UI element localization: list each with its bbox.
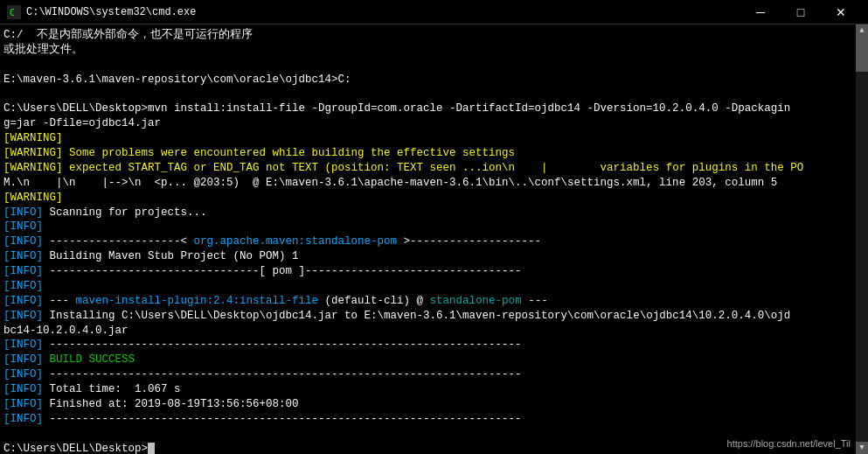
list-item: [INFO] Total time: 1.067 s: [3, 382, 852, 397]
minimize-button[interactable]: ─: [740, 0, 781, 24]
scroll-thumb[interactable]: [856, 37, 868, 72]
list-item: [INFO] ---------------------------------…: [3, 412, 852, 427]
maximize-button[interactable]: □: [781, 0, 821, 24]
list-item: [INFO] --- maven-install-plugin:2.4:inst…: [3, 294, 852, 309]
list-item: [3, 427, 852, 442]
list-item: [WARNING] expected START_TAG or END_TAG …: [3, 161, 852, 176]
svg-text:C: C: [10, 8, 15, 17]
terminal-output: C:/ 不是内部或外部命令，也不是可运行的程序 或批处理文件。 E:\maven…: [0, 24, 856, 454]
list-item: [INFO] --------------------< org.apache.…: [3, 234, 852, 249]
scroll-track[interactable]: [856, 37, 868, 442]
scroll-up-button[interactable]: ▲: [856, 24, 868, 37]
window-title: C:\WINDOWS\system32\cmd.exe: [26, 6, 196, 18]
watermark: https://blog.csdn.net/level_Til: [727, 438, 851, 449]
scrollbar[interactable]: ▲ ▼: [856, 24, 868, 454]
list-item: [INFO] BUILD SUCCESS: [3, 353, 852, 367]
list-item: E:\maven-3.6.1\maven-repository\com\orac…: [3, 73, 852, 87]
list-item: [INFO] Building Maven Stub Project (No P…: [3, 249, 852, 264]
list-item: M.\n |\n |-->\n <p... @203:5) @ E:\maven…: [3, 176, 852, 191]
close-button[interactable]: ✕: [821, 0, 861, 24]
cmd-icon: C: [7, 5, 21, 19]
list-item: [WARNING]: [3, 131, 852, 146]
list-item: g=jar -Dfile=ojdbc14.jar: [3, 116, 852, 131]
scroll-down-button[interactable]: ▼: [856, 442, 868, 454]
list-item: [WARNING] Some problems were encountered…: [3, 146, 852, 161]
list-item: [INFO]: [3, 279, 852, 294]
list-item: [INFO] --------------------------------[…: [3, 264, 852, 279]
list-item: [INFO] Installing C:\Users\DELL\Desktop\…: [3, 309, 852, 324]
list-item: [INFO]: [3, 220, 852, 234]
title-bar: C C:\WINDOWS\system32\cmd.exe ─ □ ✕: [0, 0, 868, 24]
list-item: 或批处理文件。: [3, 43, 852, 58]
window-controls: ─ □ ✕: [740, 0, 861, 24]
list-item: bc14-10.2.0.4.0.jar: [3, 324, 852, 339]
list-item: [INFO] ---------------------------------…: [3, 338, 852, 353]
terminal-window: C:/ 不是内部或外部命令，也不是可运行的程序 或批处理文件。 E:\maven…: [0, 24, 868, 454]
list-item: [3, 58, 852, 73]
list-item: [INFO] Finished at: 2019-08-19T13:56:56+…: [3, 397, 852, 412]
list-item: [INFO] ---------------------------------…: [3, 367, 852, 382]
list-item: C:\Users\DELL\Desktop>mvn install:instal…: [3, 101, 852, 116]
list-item: C:/ 不是内部或外部命令，也不是可运行的程序: [3, 28, 852, 43]
list-item: [3, 87, 852, 102]
list-item: [WARNING]: [3, 191, 852, 206]
list-item: [INFO] Scanning for projects...: [3, 206, 852, 220]
command-prompt: C:\Users\DELL\Desktop>: [3, 442, 852, 455]
